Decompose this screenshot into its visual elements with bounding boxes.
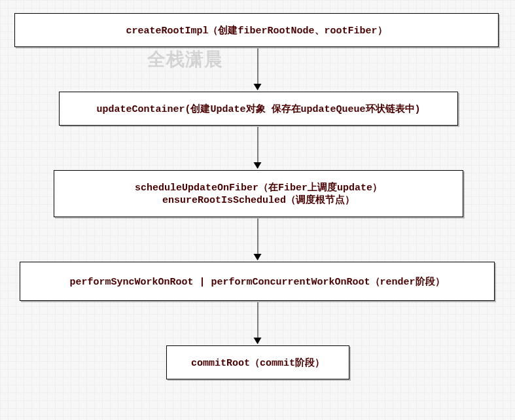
watermark-text: 全栈潇晨 [147, 47, 223, 72]
flow-node-label: updateContainer(创建Update对象 保存在updateQueu… [96, 103, 420, 115]
flow-node-label-line1: scheduleUpdateOnFiber（在Fiber上调度update） [135, 181, 382, 194]
flow-node-updateContainer: updateContainer(创建Update对象 保存在updateQueu… [59, 92, 458, 126]
flow-node-label-line2: ensureRootIsScheduled（调度根节点） [162, 194, 355, 206]
flow-node-createRootImpl: createRootImpl（创建fiberRootNode、rootFiber… [14, 13, 499, 47]
arrow-icon [257, 127, 258, 168]
flow-node-commitRoot: commitRoot（commit阶段） [166, 345, 349, 379]
flow-node-label: performSyncWorkOnRoot | performConcurren… [69, 275, 444, 288]
flow-node-scheduleUpdateOnFiber: scheduleUpdateOnFiber（在Fiber上调度update） e… [54, 170, 463, 217]
flow-node-label: createRootImpl（创建fiberRootNode、rootFiber… [126, 24, 387, 37]
arrow-icon [257, 302, 258, 343]
flow-node-performWorkOnRoot: performSyncWorkOnRoot | performConcurren… [20, 262, 495, 301]
arrow-icon [257, 48, 258, 90]
flow-node-label: commitRoot（commit阶段） [191, 357, 325, 369]
arrow-icon [257, 219, 258, 260]
